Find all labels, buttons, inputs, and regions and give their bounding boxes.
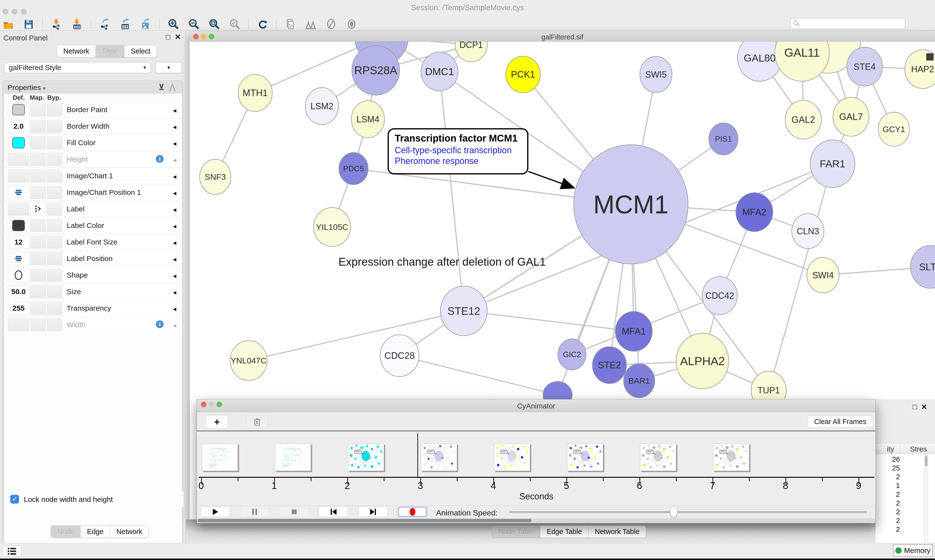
column-header[interactable]: ity — [876, 445, 894, 453]
tab-node-table[interactable]: Node Table — [492, 526, 540, 538]
mapping-cell[interactable] — [30, 120, 46, 133]
frame-thumbnail-7[interactable] — [713, 443, 749, 471]
expand-row-icon[interactable]: ◂ — [173, 139, 176, 148]
mapping-cell[interactable] — [30, 269, 46, 282]
search-network-icon[interactable] — [304, 18, 318, 31]
float-panel-icon[interactable]: □ — [166, 33, 170, 41]
tab-network[interactable]: Network — [57, 45, 96, 57]
network-window-titlebar[interactable]: galFiltered.sif — [190, 32, 935, 42]
default-value-cell[interactable]: 12 — [8, 235, 29, 249]
column-header[interactable]: Stres — [910, 445, 927, 453]
bypass-cell[interactable] — [47, 285, 62, 298]
network-edge[interactable] — [464, 311, 634, 331]
property-row[interactable]: Border Paint◂ — [4, 101, 182, 118]
import-network-icon[interactable] — [50, 18, 63, 31]
table-vertical-scrollbar[interactable] — [924, 455, 928, 542]
default-value-cell[interactable] — [8, 103, 29, 116]
property-row[interactable]: Widthi◂ — [4, 316, 182, 333]
timeline-scrollbar[interactable] — [197, 518, 875, 523]
mapping-cell[interactable] — [30, 103, 46, 116]
timeline[interactable]: 0123456789 Seconds — [197, 432, 875, 506]
table-cell-value[interactable]: 1 — [876, 482, 900, 490]
frame-thumbnail-2[interactable] — [348, 443, 384, 471]
expand-row-icon[interactable]: ◂ — [173, 222, 176, 230]
style-combo[interactable]: galFiltered Style ▾ — [4, 62, 151, 73]
default-value-cell[interactable] — [8, 186, 29, 199]
style-options-button[interactable]: ▾ — [155, 62, 182, 73]
property-row[interactable]: Shape◂ — [4, 267, 182, 283]
tab-edge[interactable]: Edge — [80, 526, 110, 538]
frame-thumbnail-4[interactable] — [494, 443, 530, 471]
refresh-layout-icon[interactable] — [256, 18, 269, 31]
zoom-in-icon[interactable] — [167, 18, 180, 31]
record-button[interactable] — [398, 507, 427, 517]
collapse-all-icon[interactable]: ⋀ — [169, 83, 176, 92]
expand-row-icon[interactable]: ◂ — [173, 172, 176, 180]
zoom-fit-icon[interactable] — [207, 18, 221, 31]
export-image-icon[interactable] — [139, 18, 153, 31]
property-row[interactable]: 12Label Font Size◂ — [4, 234, 182, 250]
animation-speed-knob[interactable] — [670, 506, 677, 517]
default-value-cell[interactable]: 2.0 — [8, 120, 29, 133]
property-row[interactable]: 2.0Border Width◂ — [4, 118, 182, 134]
expand-row-icon[interactable]: ◂ — [173, 238, 176, 247]
property-row[interactable]: Label◂ — [4, 200, 182, 217]
lock-size-checkbox[interactable]: ✓ — [10, 495, 19, 503]
expand-row-icon[interactable]: ◂ — [173, 156, 176, 164]
expand-row-icon[interactable]: ◂ — [173, 123, 176, 131]
mapping-cell[interactable] — [30, 219, 46, 232]
float-table-panel-icon[interactable]: □ — [913, 403, 917, 411]
save-session-icon[interactable] — [22, 18, 35, 31]
mapping-cell[interactable] — [30, 318, 46, 331]
default-value-cell[interactable] — [8, 269, 29, 282]
add-frame-button[interactable]: + — [206, 415, 228, 428]
bypass-cell[interactable] — [47, 120, 62, 133]
bypass-cell[interactable] — [47, 235, 62, 249]
bypass-cell[interactable] — [47, 136, 62, 149]
mapping-cell[interactable] — [30, 252, 46, 265]
bypass-cell[interactable] — [47, 219, 62, 232]
frame-thumbnail-1[interactable] — [275, 443, 311, 471]
default-value-cell[interactable]: 255 — [8, 302, 29, 315]
default-value-cell[interactable] — [8, 153, 29, 166]
export-table-icon[interactable] — [118, 18, 132, 31]
annotation-link-1[interactable]: Cell-type-specific transcription — [395, 145, 521, 155]
bypass-cell[interactable] — [47, 202, 62, 215]
open-session-icon[interactable] — [2, 18, 15, 31]
zoom-out-icon[interactable] — [187, 18, 201, 31]
clear-all-frames-button[interactable]: Clear All Frames — [808, 416, 873, 428]
expand-row-icon[interactable]: ◂ — [173, 322, 176, 329]
property-row[interactable]: Image/Chart 1◂ — [4, 168, 182, 184]
close-table-panel-icon[interactable]: ✕ — [921, 403, 927, 411]
info-icon[interactable]: i — [156, 155, 164, 163]
tab-node[interactable]: Node — [51, 526, 80, 538]
expand-row-icon[interactable]: ◂ — [173, 189, 176, 197]
animation-speed-slider[interactable] — [509, 511, 867, 513]
bypass-cell[interactable] — [47, 103, 62, 116]
default-value-cell[interactable]: 50.0 — [8, 285, 29, 298]
bypass-cell[interactable] — [47, 302, 62, 315]
show-graphics-icon[interactable] — [345, 18, 358, 31]
default-value-cell[interactable] — [8, 136, 29, 149]
frame-thumbnail-5[interactable] — [567, 443, 603, 471]
birdseye-toggle-icon[interactable] — [926, 53, 933, 61]
table-cell-value[interactable]: 25 — [876, 464, 900, 472]
properties-header[interactable]: Properties ▾ — [8, 83, 45, 92]
mapping-cell[interactable] — [30, 136, 46, 149]
network-file-icon[interactable] — [284, 18, 297, 31]
memory-button[interactable]: Memory — [893, 544, 933, 557]
expand-row-icon[interactable]: ◂ — [173, 255, 176, 263]
bypass-cell[interactable] — [47, 269, 62, 282]
annotation-link-2[interactable]: Pheromone response — [395, 156, 521, 166]
bypass-cell[interactable] — [47, 186, 62, 199]
play-button[interactable] — [201, 507, 230, 517]
tab-network[interactable]: Network — [110, 526, 148, 538]
stop-button[interactable] — [279, 507, 309, 517]
property-row[interactable]: Label Position◂ — [4, 250, 182, 267]
tab-edge-table[interactable]: Edge Table — [540, 526, 588, 538]
search-input[interactable] — [790, 18, 906, 29]
table-cell-value[interactable]: 2 — [876, 499, 900, 507]
frame-thumbnail-3[interactable] — [421, 443, 457, 471]
bypass-cell[interactable] — [47, 252, 62, 265]
expand-row-icon[interactable]: ◂ — [173, 272, 176, 280]
